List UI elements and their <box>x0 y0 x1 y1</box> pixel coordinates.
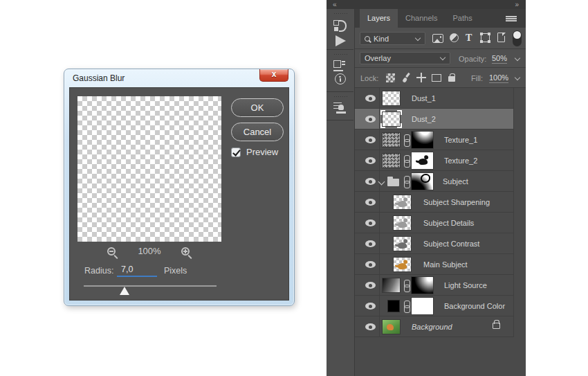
layer-row-subject-details[interactable]: Subject Details <box>355 213 513 233</box>
zoom-out-icon[interactable] <box>107 247 116 256</box>
radius-slider-thumb[interactable] <box>120 287 129 295</box>
grip-handle[interactable] <box>333 12 348 15</box>
radius-input[interactable]: 7,0 <box>117 265 157 277</box>
opacity-value[interactable]: 50% <box>492 54 507 64</box>
layer-thumbnail[interactable] <box>382 319 401 334</box>
layer-mask-thumbnail[interactable] <box>411 131 434 149</box>
filter-adjustment-layers-icon[interactable] <box>450 33 459 42</box>
grip-handle[interactable] <box>333 53 348 55</box>
layer-thumbnail[interactable] <box>393 195 412 210</box>
lock-transparency-icon[interactable] <box>386 73 395 82</box>
layer-row-background-color[interactable]: Background Color <box>355 296 513 316</box>
visibility-eye-icon[interactable] <box>365 303 376 310</box>
lock-all-icon[interactable] <box>448 76 455 82</box>
info-panel-icon[interactable] <box>335 73 346 84</box>
layer-mask-thumbnail[interactable] <box>411 276 434 294</box>
chevron-down-icon[interactable] <box>515 56 520 62</box>
tab-layers[interactable]: Layers <box>360 9 398 28</box>
link-mask-icon[interactable] <box>403 301 410 312</box>
layer-row-dust-2[interactable]: Dust_2 <box>355 109 513 129</box>
filter-shape-layers-icon[interactable] <box>481 33 490 42</box>
divider <box>327 49 353 50</box>
clone-source-panel-icon[interactable] <box>333 102 347 114</box>
close-button[interactable]: x <box>259 69 288 82</box>
layer-mask-thumbnail[interactable] <box>411 172 434 190</box>
layer-row-subject-contrast[interactable]: Subject Contrast <box>355 233 513 254</box>
layer-thumbnail[interactable] <box>382 153 401 168</box>
preview-checkbox[interactable] <box>231 147 241 157</box>
visibility-eye-icon[interactable] <box>365 116 376 123</box>
visibility-eye-icon[interactable] <box>365 178 376 185</box>
cancel-button[interactable]: Cancel <box>231 123 284 141</box>
layer-mask-thumbnail[interactable] <box>411 297 434 315</box>
layer-thumbnail[interactable] <box>393 257 412 272</box>
fill-value[interactable]: 100% <box>489 73 508 83</box>
collapse-left-icon[interactable]: « <box>333 0 337 9</box>
visibility-eye-icon[interactable] <box>365 199 376 206</box>
layer-mask-thumbnail[interactable] <box>411 152 434 170</box>
layer-row-subject-sharpening[interactable]: Subject Sharpening <box>355 192 513 213</box>
filter-smart-objects-icon[interactable] <box>497 33 505 42</box>
visibility-eye-icon[interactable] <box>365 261 376 268</box>
panel-tabbar: Layers Channels Paths <box>355 9 526 28</box>
layer-thumbnail[interactable] <box>393 215 412 231</box>
link-mask-icon[interactable] <box>403 155 410 167</box>
layer-thumbnail[interactable] <box>382 278 401 293</box>
grip-handle[interactable] <box>333 96 348 98</box>
visibility-eye-icon[interactable] <box>365 157 376 164</box>
blend-mode-dropdown[interactable]: Overlay <box>360 52 450 64</box>
layer-filter-row: Kind T <box>355 28 526 49</box>
tab-channels[interactable]: Channels <box>398 9 445 28</box>
layer-thumbnail[interactable] <box>382 111 401 127</box>
layer-thumbnail[interactable] <box>382 132 401 147</box>
blend-mode-row: Overlay Opacity: 50% <box>355 49 526 68</box>
link-mask-icon[interactable] <box>403 176 410 188</box>
layer-row-subject-group[interactable]: Subject <box>355 171 513 192</box>
ok-button[interactable]: OK <box>231 98 284 117</box>
collapse-right-icon[interactable]: » <box>515 0 519 9</box>
lock-position-icon[interactable] <box>416 73 426 82</box>
layer-row-texture-1[interactable]: Texture_1 <box>355 129 513 150</box>
properties-panel-icon[interactable] <box>333 60 341 68</box>
group-expand-chevron-icon[interactable] <box>378 179 385 185</box>
zoom-controls: 100% <box>77 245 221 259</box>
layer-thumbnail[interactable] <box>393 236 412 251</box>
layer-thumbnail[interactable] <box>382 91 401 106</box>
fill-color-swatch[interactable] <box>387 300 400 312</box>
opacity-label: Opacity: <box>459 55 486 63</box>
search-icon <box>365 36 370 42</box>
layer-name: Subject Details <box>423 219 474 227</box>
bird-silhouette <box>397 221 407 229</box>
blur-preview-area[interactable] <box>77 96 221 242</box>
filter-pixel-layers-icon[interactable] <box>432 34 443 43</box>
filter-kind-dropdown[interactable]: Kind <box>360 32 425 45</box>
visibility-eye-icon[interactable] <box>365 220 376 226</box>
layer-row-main-subject[interactable]: Main Subject <box>355 254 513 275</box>
filter-toggle-switch[interactable] <box>513 30 522 46</box>
chevron-down-icon[interactable] <box>515 75 520 81</box>
visibility-eye-icon[interactable] <box>365 240 376 247</box>
layer-name: Main Subject <box>423 260 468 269</box>
layer-row-texture-2[interactable]: Texture_2 <box>355 150 513 171</box>
zoom-in-icon[interactable] <box>181 247 190 256</box>
link-mask-icon[interactable] <box>403 280 410 292</box>
group-folder-icon[interactable] <box>387 179 399 186</box>
layer-row-light-source[interactable]: Light Source <box>355 275 513 296</box>
panel-menu-icon[interactable] <box>506 16 517 21</box>
visibility-eye-icon[interactable] <box>365 95 376 102</box>
visibility-eye-icon[interactable] <box>365 323 376 330</box>
visibility-eye-icon[interactable] <box>365 282 376 289</box>
history-panel-icon[interactable] <box>333 19 347 32</box>
radius-slider-track[interactable] <box>84 285 217 287</box>
layer-name: Texture_1 <box>444 136 477 144</box>
lock-pixels-icon[interactable] <box>401 73 411 82</box>
lock-artboard-icon[interactable] <box>432 74 441 82</box>
actions-panel-icon[interactable] <box>336 35 346 46</box>
tab-paths[interactable]: Paths <box>445 9 480 28</box>
link-mask-icon[interactable] <box>403 134 410 146</box>
visibility-eye-icon[interactable] <box>365 136 376 143</box>
filter-type-layers-icon[interactable]: T <box>466 33 472 43</box>
layer-row-background[interactable]: Background <box>355 316 513 337</box>
layer-row-dust-1[interactable]: Dust_1 <box>355 88 513 109</box>
bird-silhouette <box>397 200 407 208</box>
